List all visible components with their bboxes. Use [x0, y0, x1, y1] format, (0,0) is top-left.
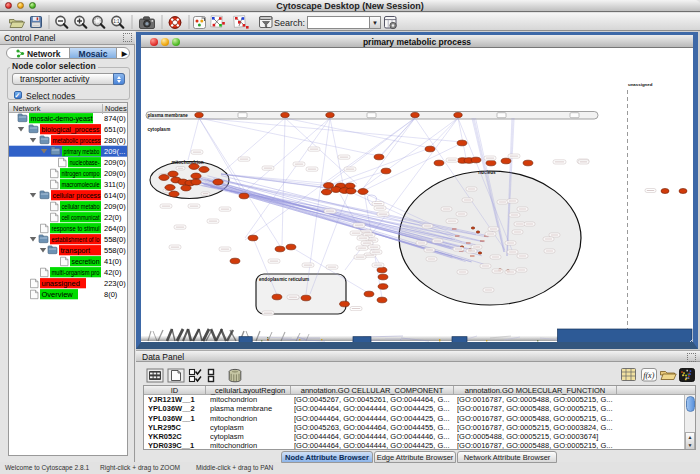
svg-text:f(x): f(x)	[643, 371, 654, 380]
